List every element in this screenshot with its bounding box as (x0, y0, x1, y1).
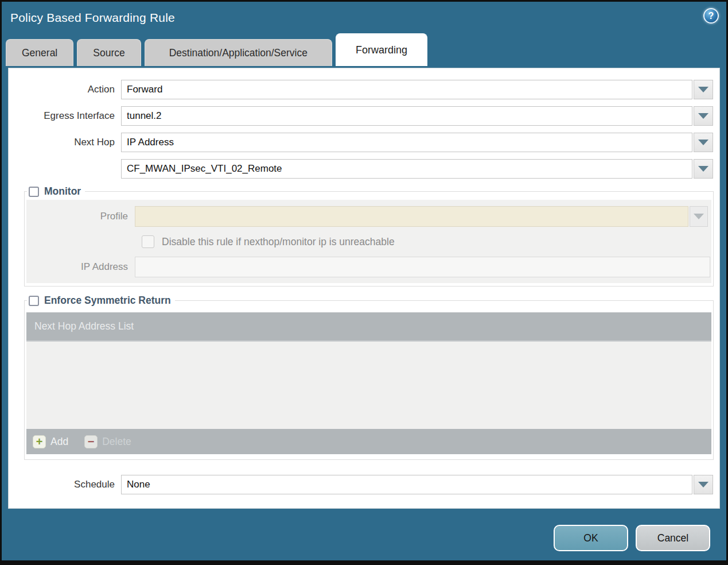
next-hop-label: Next Hop (9, 137, 121, 148)
schedule-input[interactable] (121, 475, 692, 494)
table-footer: + Add − Delete (26, 429, 711, 454)
action-combo (121, 80, 719, 99)
profile-input (135, 206, 688, 227)
next-hop-address-combo (121, 159, 719, 179)
egress-interface-combo (121, 106, 719, 126)
schedule-dropdown-button[interactable] (694, 475, 713, 494)
chevron-down-icon (698, 113, 708, 119)
schedule-combo (121, 475, 719, 494)
chevron-down-icon (698, 87, 708, 92)
tab-bar: General Source Destination/Application/S… (2, 33, 726, 66)
egress-interface-dropdown-button[interactable] (694, 106, 713, 126)
enforce-symmetric-return-checkbox[interactable] (29, 296, 39, 306)
egress-interface-input[interactable] (121, 106, 692, 126)
add-button[interactable]: + Add (33, 435, 68, 448)
next-hop-dropdown-button[interactable] (694, 133, 713, 152)
cancel-button[interactable]: Cancel (636, 525, 710, 551)
minus-icon: − (84, 435, 98, 448)
dialog-action-buttons: OK Cancel (554, 525, 710, 551)
disable-rule-checkbox (142, 235, 154, 248)
plus-icon: + (33, 435, 46, 448)
forwarding-tab-panel: Action Egress Interface Next Hop (8, 68, 720, 509)
dialog-title: Policy Based Forwarding Rule (10, 11, 175, 25)
enforce-symmetric-return-group: Enforce Symmetric Return Next Hop Addres… (24, 295, 714, 460)
monitor-panel: Profile Disable this rule if nexthop/mon… (26, 200, 711, 283)
next-hop-address-input[interactable] (121, 159, 692, 179)
monitor-legend: Monitor (27, 185, 85, 198)
table-body-empty[interactable] (26, 342, 711, 429)
chevron-down-icon (698, 482, 708, 487)
dialog-titlebar: Policy Based Forwarding Rule ? (2, 2, 726, 33)
monitor-group: Monitor Profile Disable this rule if nex… (24, 185, 714, 287)
profile-dropdown-button (690, 206, 708, 227)
table-header-label: Next Hop Address List (34, 320, 134, 332)
profile-label: Profile (26, 211, 135, 222)
monitor-legend-label: Monitor (44, 185, 81, 198)
tab-source[interactable]: Source (77, 39, 141, 66)
enforce-symmetric-return-legend: Enforce Symmetric Return (27, 295, 175, 307)
egress-interface-row: Egress Interface (9, 106, 719, 126)
disable-rule-label: Disable this rule if nexthop/monitor ip … (162, 236, 395, 248)
next-hop-combo (121, 133, 719, 152)
schedule-label: Schedule (9, 479, 121, 490)
help-icon[interactable]: ? (703, 8, 719, 24)
profile-row: Profile (26, 206, 711, 227)
next-hop-type-input[interactable] (121, 133, 692, 152)
chevron-down-icon (694, 214, 704, 219)
monitor-ip-address-label: IP Address (26, 261, 135, 273)
schedule-row: Schedule (9, 475, 719, 494)
add-button-label: Add (50, 436, 68, 448)
next-hop-address-dropdown-button[interactable] (694, 159, 713, 179)
delete-button: − Delete (84, 435, 131, 448)
delete-button-label: Delete (102, 436, 131, 448)
tab-forwarding[interactable]: Forwarding (336, 33, 427, 66)
action-row: Action (9, 80, 719, 99)
chevron-down-icon (698, 140, 708, 145)
monitor-ip-address-input (135, 257, 710, 277)
chevron-down-icon (698, 166, 708, 172)
enforce-symmetric-return-legend-label: Enforce Symmetric Return (44, 295, 171, 307)
action-dropdown-button[interactable] (694, 80, 713, 99)
policy-based-forwarding-dialog: Policy Based Forwarding Rule ? General S… (0, 0, 728, 565)
next-hop-address-list-table: Next Hop Address List + Add − Delete (26, 312, 711, 454)
next-hop-row: Next Hop (9, 133, 719, 152)
disable-rule-row: Disable this rule if nexthop/monitor ip … (142, 235, 711, 248)
ok-button[interactable]: OK (554, 525, 628, 551)
tab-destination-application-service[interactable]: Destination/Application/Service (145, 39, 332, 66)
action-label: Action (9, 84, 121, 95)
egress-interface-label: Egress Interface (9, 110, 121, 122)
monitor-ip-address-row: IP Address (26, 257, 711, 277)
monitor-checkbox[interactable] (29, 187, 39, 197)
next-hop-address-row (9, 159, 719, 179)
action-input[interactable] (121, 80, 692, 99)
table-header: Next Hop Address List (26, 312, 711, 342)
tab-general[interactable]: General (6, 39, 73, 66)
